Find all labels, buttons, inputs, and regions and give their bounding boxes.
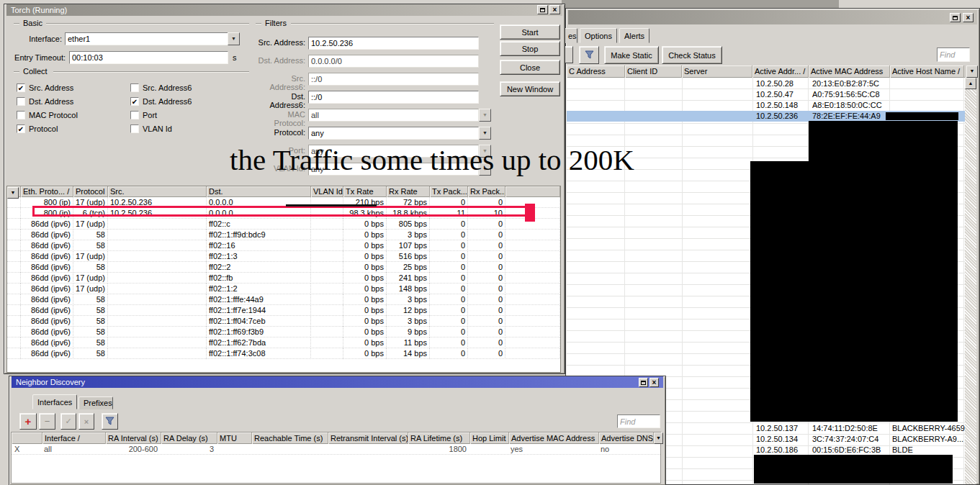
checkbox[interactable] <box>130 83 139 92</box>
torch-table-row[interactable]: 86dd (ipv6) 17 (udp) ff02::1:2 0 bps 148… <box>7 284 560 294</box>
torch-table-row[interactable]: 86dd (ipv6) 58 ff02::1:ff7e:1944 0 bps 1… <box>7 305 560 316</box>
collect-checkbox-row[interactable]: VLAN Id <box>130 124 252 138</box>
filter-input[interactable] <box>308 127 479 140</box>
start-button[interactable]: Start <box>500 24 560 40</box>
column-header-protocol[interactable]: Protocol <box>73 186 108 197</box>
tab-prefixes[interactable]: Prefixes <box>78 396 113 409</box>
interface-dropdown-button[interactable]: ▼ <box>228 32 240 45</box>
column-header-retransmit-interval[interactable]: Retransmit Interval (s) <box>328 432 408 444</box>
torch-table-row[interactable]: 86dd (ipv6) 58 ff02::1:ff74:3c08 0 bps 1… <box>7 348 560 359</box>
filter-input[interactable] <box>308 91 479 104</box>
torch-table-row[interactable]: 86dd (ipv6) 58 ff02::1:ff04:7ceb 0 bps 3… <box>7 316 560 327</box>
close-window-button[interactable]: Close <box>500 60 560 75</box>
column-header-eth-proto[interactable]: Eth. Proto... / <box>21 186 73 197</box>
maximize-button[interactable] <box>537 5 548 14</box>
nd-titlebar[interactable]: Neighbor Discovery × <box>12 376 663 388</box>
torch-table-row[interactable]: 86dd (ipv6) 17 (udp) ff02::fb 0 bps 241 … <box>7 273 560 284</box>
check-status-button[interactable]: Check Status <box>662 46 722 64</box>
column-header-tx-packets[interactable]: Tx Pack... <box>430 186 468 197</box>
column-header-reachable-time[interactable]: Reachable Time (s) <box>252 432 328 444</box>
column-header-mac-address[interactable]: C Address <box>567 65 625 78</box>
filter-input[interactable] <box>308 37 479 50</box>
tab-options[interactable]: Options <box>580 28 617 43</box>
column-header-client-id[interactable]: Client ID <box>625 65 682 78</box>
interface-input[interactable] <box>65 32 228 45</box>
torch-table-row[interactable]: 86dd (ipv6) 58 ff02::1:ff62:7bda 0 bps 1… <box>7 337 560 348</box>
torch-table-row[interactable]: 86dd (ipv6) 58 ff02::1:ff9d:bdc9 0 bps 3… <box>7 230 560 240</box>
entry-timeout-input[interactable] <box>69 51 228 64</box>
filter-input[interactable] <box>308 55 479 68</box>
column-header-ra-interval[interactable]: RA Interval (s) <box>106 432 161 444</box>
column-header-flags[interactable] <box>12 432 42 444</box>
remove-button[interactable]: − <box>39 413 55 430</box>
new-window-button[interactable]: New Window <box>500 81 560 96</box>
torch-table-row[interactable]: 86dd (ipv6) 58 ff02::2 0 bps 25 bps 0 0 <box>7 262 560 273</box>
column-header-interface[interactable]: Interface / <box>42 432 106 444</box>
column-header-advertise-mac[interactable]: Advertise MAC Address <box>509 432 599 444</box>
column-header-dst[interactable]: Dst. <box>207 186 311 197</box>
column-header-mtu[interactable]: MTU <box>217 432 252 444</box>
lease-row[interactable]: 10.2.50.28 20:13:E0:B2:87:5C <box>567 78 965 89</box>
column-header-active-host[interactable]: Active Host Name / <box>890 65 964 78</box>
vertical-scrollbar[interactable]: ▲ <box>965 78 976 484</box>
column-header-hop-limit[interactable]: Hop Limit <box>470 432 509 444</box>
filter-input[interactable] <box>308 109 479 122</box>
filter-icon-button[interactable] <box>102 413 118 430</box>
close-button[interactable]: × <box>549 5 560 14</box>
tab-alerts[interactable]: Alerts <box>619 28 649 43</box>
tab-leases-partial[interactable]: es <box>563 28 577 43</box>
filter-icon-button[interactable] <box>579 46 599 64</box>
checkbox[interactable] <box>130 111 139 119</box>
column-header-rx-rate[interactable]: Rx Rate <box>387 186 430 197</box>
stop-button[interactable]: Stop <box>500 41 560 56</box>
filter-input[interactable] <box>308 73 479 86</box>
column-header-tx-rate[interactable]: Tx Rate <box>343 186 387 197</box>
checkbox[interactable] <box>130 124 139 133</box>
checkbox[interactable] <box>17 111 25 119</box>
disable-button[interactable]: × <box>78 413 94 430</box>
collect-checkbox-row[interactable]: Src. Address <box>17 83 130 97</box>
make-static-button[interactable]: Make Static <box>604 46 659 64</box>
lease-row[interactable]: 10.2.50.148 A8:E0:18:50:0C:CC <box>567 100 965 111</box>
collect-checkbox-row[interactable]: Protocol <box>17 124 130 138</box>
maximize-button[interactable] <box>639 378 648 387</box>
torch-table-row[interactable]: 86dd (ipv6) 17 (udp) ff02::c 0 bps 805 b… <box>7 219 560 230</box>
enable-button[interactable]: ✓ <box>60 413 76 430</box>
filter-dropdown-button[interactable]: ▼ <box>479 127 491 140</box>
maximize-button[interactable] <box>950 13 961 22</box>
column-header-src[interactable]: Src. <box>108 186 207 197</box>
checkbox[interactable] <box>17 97 25 106</box>
find-input[interactable] <box>617 414 660 428</box>
nd-row[interactable]: X all 200-600 3 1800 yes no <box>12 444 660 455</box>
collect-checkbox-row[interactable]: Port <box>130 111 252 124</box>
column-header-ra-delay[interactable]: RA Delay (s) <box>161 432 217 444</box>
find-input[interactable] <box>937 47 970 62</box>
checkbox[interactable] <box>130 97 139 106</box>
torch-table-row[interactable]: 86dd (ipv6) 58 ff02::1:fffe:44a9 0 bps 3… <box>7 294 560 305</box>
column-header-vlan[interactable]: VLAN Id <box>311 186 343 197</box>
column-header-rx-packets[interactable]: Rx Pack... <box>468 186 505 197</box>
lease-row[interactable]: 10.2.50.47 A0:75:91:56:5C:C8 <box>567 89 965 100</box>
torch-table-row[interactable]: 86dd (ipv6) 58 ff02::16 0 bps 107 bps 0 … <box>7 240 560 251</box>
torch-table-row[interactable]: 86dd (ipv6) 17 (udp) ff02::1:3 0 bps 516… <box>7 251 560 262</box>
column-header-server[interactable]: Server <box>682 65 752 78</box>
column-header-active-address[interactable]: Active Addr... / <box>752 65 809 78</box>
column-header-ra-lifetime[interactable]: RA Lifetime (s) <box>408 432 470 444</box>
column-select-dropdown[interactable]: ▼ <box>966 65 978 78</box>
checkbox[interactable] <box>17 124 25 133</box>
collect-checkbox-row[interactable]: Dst. Address <box>17 97 130 111</box>
scroll-up-button[interactable]: ▲ <box>965 78 976 89</box>
column-header-active-mac[interactable]: Active MAC Address <box>809 65 890 78</box>
dhcp-leases-titlebar[interactable]: × <box>568 10 977 24</box>
column-header-advertise-dns[interactable]: Advertise DNS <box>599 432 654 444</box>
close-button[interactable]: × <box>963 13 974 22</box>
add-button[interactable]: + <box>19 413 37 430</box>
filter-dropdown-button[interactable]: ▼ <box>479 109 491 122</box>
table-column-dropdown[interactable]: ▼ <box>7 187 19 199</box>
collect-checkbox-row[interactable]: Src. Address6 <box>130 83 252 97</box>
tab-interfaces[interactable]: Interfaces <box>32 394 77 409</box>
close-button[interactable]: × <box>649 378 659 387</box>
collect-checkbox-row[interactable]: Dst. Address6 <box>130 97 252 111</box>
checkbox[interactable] <box>17 83 25 92</box>
torch-titlebar[interactable]: Torch (Running) × <box>6 4 562 16</box>
